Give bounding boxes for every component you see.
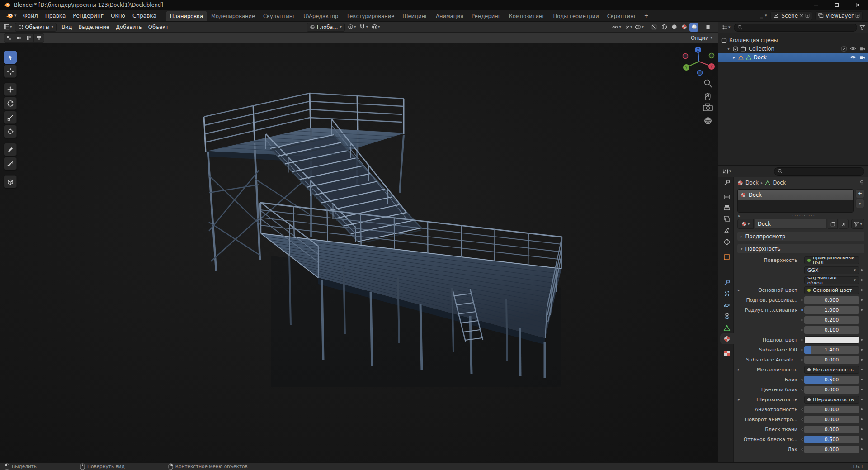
tab-physics[interactable] [720, 300, 734, 311]
value-slider[interactable]: 0.000 [804, 406, 859, 413]
keyframe-dot[interactable] [861, 399, 863, 400]
tab-scene[interactable] [720, 225, 734, 236]
workspace-tab-1[interactable]: Моделирование [207, 11, 259, 22]
region-toggle-button[interactable] [703, 23, 712, 32]
expand-caret-icon[interactable]: ▸ [732, 55, 736, 60]
shading-solid-button[interactable] [670, 23, 679, 32]
node-socket-dot[interactable] [801, 389, 803, 391]
properties-editor-type-button[interactable]: ▾ [722, 167, 732, 176]
workspace-tab-9[interactable]: Ноды геометрии [549, 11, 603, 22]
orientation-dropdown[interactable]: Глоба... ▾ [307, 23, 345, 32]
keyframe-dot[interactable] [861, 339, 863, 341]
browse-material-button[interactable]: ▾ [737, 219, 754, 229]
editor-type-button[interactable]: ▾ [3, 23, 13, 32]
keyframe-dot[interactable] [861, 418, 863, 420]
maximize-button[interactable] [826, 0, 847, 10]
value-slider[interactable]: 1.000 [804, 306, 859, 314]
node-input-button[interactable]: Шероховатость [804, 396, 859, 404]
workspace-tab-10[interactable]: Скриптинг [603, 11, 641, 22]
material-slot-list[interactable]: Dock [737, 189, 854, 213]
workspace-tab-8[interactable]: Композитинг [505, 11, 549, 22]
add-slot-button[interactable]: + [855, 189, 864, 198]
viewport-menu-3[interactable]: Объект [145, 24, 172, 30]
outliner-row-dock[interactable]: ▸ Dock [718, 53, 868, 62]
enum-dropdown[interactable]: GGX▾ [804, 266, 859, 274]
node-socket-dot[interactable] [801, 379, 803, 381]
render-visibility-camera-icon[interactable] [859, 47, 865, 51]
tab-constraints[interactable] [720, 311, 734, 322]
tab-object[interactable] [720, 252, 734, 262]
preview-panel-header[interactable]: ▸ Предпросмотр [737, 232, 864, 241]
workspace-tab-6[interactable]: Анимация [432, 11, 467, 22]
transform-option-4[interactable] [34, 34, 44, 42]
new-scene-icon[interactable] [805, 14, 810, 18]
node-socket-dot[interactable] [801, 339, 803, 341]
value-slider[interactable]: 0.000 [804, 416, 859, 423]
keyframe-dot[interactable] [861, 369, 863, 370]
tool-cursor[interactable] [4, 65, 17, 78]
unlink-material-button[interactable] [839, 219, 849, 229]
node-socket-dot[interactable] [801, 448, 803, 451]
tab-object-data[interactable] [720, 323, 734, 333]
viewport-3d[interactable]: Z X Y [0, 43, 718, 462]
value-slider[interactable]: 0.000 [804, 386, 859, 394]
workspace-tab-7[interactable]: Рендеринг [467, 11, 505, 22]
topbar-menu-1[interactable]: Правка [42, 10, 70, 21]
close-button[interactable] [847, 0, 868, 10]
node-socket-dot[interactable] [801, 408, 803, 411]
shading-rendered-button[interactable] [689, 23, 698, 32]
transform-option-3[interactable] [24, 34, 34, 42]
value-slider[interactable]: 0.500 [804, 376, 859, 384]
tool-measure[interactable] [4, 157, 17, 170]
eye-icon[interactable] [850, 55, 856, 60]
collapse-caret-icon[interactable]: ▸ [738, 367, 740, 372]
view-layer-selector[interactable]: ViewLayer [815, 11, 863, 20]
add-workspace-button[interactable]: + [641, 10, 652, 21]
node-socket-dot[interactable] [801, 319, 803, 321]
value-slider[interactable]: 0.200 [804, 316, 859, 324]
checkbox-icon[interactable] [841, 46, 847, 52]
keyframe-dot[interactable] [861, 379, 863, 380]
tab-material[interactable] [720, 333, 734, 344]
tool-annotate[interactable] [4, 143, 17, 156]
viewport-menu-1[interactable]: Выделение [75, 24, 113, 30]
options-dropdown[interactable]: Опции ▾ [691, 35, 714, 41]
x-ray-toggle[interactable] [650, 23, 659, 32]
tab-particles[interactable] [720, 288, 734, 299]
topbar-menu-2[interactable]: Рендеринг [69, 10, 107, 21]
gizmos-dropdown[interactable]: ▾ [623, 23, 633, 32]
topbar-menu-3[interactable]: Окно [107, 10, 129, 21]
workspace-tab-2[interactable]: Скульптинг [259, 11, 299, 22]
breadcrumb-object[interactable]: Dock [745, 180, 759, 186]
unlink-x-icon[interactable] [800, 14, 803, 18]
topbar-menu-0[interactable]: Файл [19, 10, 42, 21]
scene-selector[interactable]: Scene [770, 11, 812, 20]
keyframe-dot[interactable] [861, 389, 863, 390]
expand-caret-icon[interactable]: ▸ [737, 214, 741, 218]
transform-option-1[interactable] [4, 34, 14, 42]
tool-select-box[interactable] [4, 51, 17, 64]
shading-wireframe-button[interactable] [660, 23, 669, 32]
tab-render[interactable] [720, 191, 734, 202]
value-slider[interactable]: 0.500 [804, 436, 859, 443]
keyframe-dot[interactable] [861, 408, 863, 410]
outliner-row-scene-collection[interactable]: Коллекция сцены [718, 36, 868, 44]
tab-world[interactable] [720, 237, 734, 247]
outliner-editor-type-button[interactable]: ▾ [721, 23, 731, 32]
value-slider[interactable]: 0.000 [804, 296, 859, 304]
keyframe-dot[interactable] [861, 359, 863, 361]
node-socket-dot[interactable] [801, 438, 803, 441]
mode-dropdown[interactable]: Объекты ▾ [15, 23, 57, 32]
keyframe-dot[interactable] [861, 309, 863, 311]
color-swatch[interactable] [804, 336, 859, 344]
surface-shader-button[interactable]: Принципиальный BSDF [804, 256, 859, 264]
nodes-options-button[interactable]: ▾ [851, 219, 864, 229]
transform-option-2[interactable] [14, 34, 24, 42]
node-socket-dot[interactable] [801, 418, 803, 421]
node-socket-dot[interactable] [801, 349, 803, 351]
breadcrumb-data[interactable]: Dock [773, 180, 786, 186]
workspace-tab-0[interactable]: Планировка [166, 11, 207, 22]
enum-dropdown[interactable]: Случайный обход▾ [804, 276, 859, 284]
node-socket-dot[interactable] [801, 428, 803, 431]
snap-toggle[interactable]: ▾ [359, 23, 369, 32]
